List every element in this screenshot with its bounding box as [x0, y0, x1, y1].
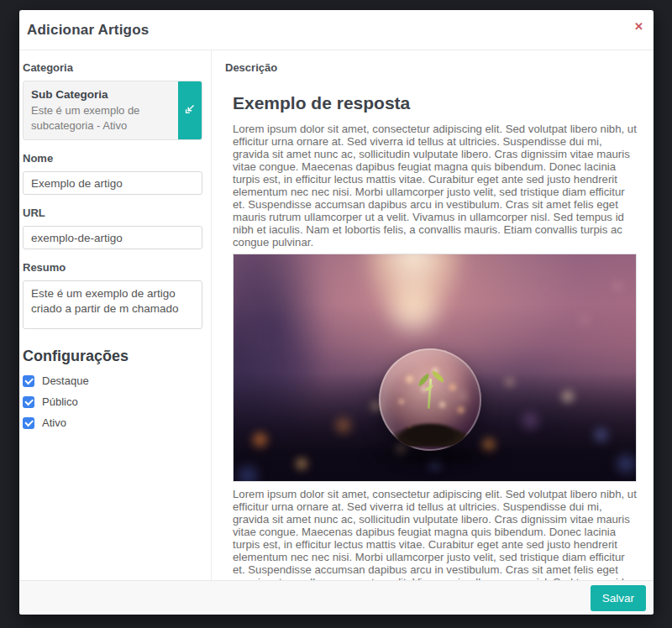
modal-body: Categoria Sub Categoria Este é um exempl…	[19, 50, 654, 580]
checkbox-label: Público	[42, 395, 78, 408]
settings-heading: Configurações	[23, 348, 202, 365]
paragraph-bottom: Lorem ipsum dolor sit amet, consectetur …	[233, 488, 637, 580]
category-card: Sub Categoria Este é um exemplo de subca…	[23, 81, 202, 140]
name-label: Nome	[23, 152, 202, 165]
description-label: Descrição	[225, 61, 643, 74]
arrow-down-left-icon	[183, 102, 197, 118]
save-button[interactable]: Salvar	[591, 585, 646, 611]
name-input[interactable]	[23, 171, 202, 195]
form-column: Categoria Sub Categoria Este é um exempl…	[19, 50, 212, 580]
checkbox-label: Destaque	[42, 374, 89, 387]
url-label: URL	[23, 207, 202, 219]
category-card-text: Sub Categoria Este é um exemplo de subca…	[24, 81, 178, 139]
add-article-modal: Adicionar Artigos ✕ Categoria Sub Catego…	[19, 10, 654, 615]
description-preview: Exemplo de resposta Lorem ipsum dolor si…	[225, 81, 643, 580]
summary-textarea[interactable]: Este é um exemplo de artigo criado a par…	[23, 280, 202, 329]
category-card-subtitle: Este é um exemplo de subcategoria - Ativ…	[31, 103, 173, 133]
paragraph-top: Lorem ipsum dolor sit amet, consectetur …	[233, 123, 637, 249]
checkbox-checked-icon[interactable]	[23, 417, 34, 429]
checkbox-row-publico[interactable]: Público	[23, 395, 202, 408]
summary-label: Resumo	[23, 261, 202, 274]
checkbox-label: Ativo	[42, 416, 66, 429]
modal-backdrop: Adicionar Artigos ✕ Categoria Sub Catego…	[0, 0, 672, 628]
checkbox-checked-icon[interactable]	[23, 375, 34, 387]
close-icon[interactable]: ✕	[634, 21, 643, 32]
category-card-title: Sub Categoria	[31, 88, 173, 101]
url-input[interactable]	[23, 226, 202, 249]
category-label: Categoria	[23, 61, 202, 74]
modal-footer: Salvar	[19, 580, 654, 615]
checkbox-row-destaque[interactable]: Destaque	[23, 374, 202, 387]
select-category-button[interactable]	[178, 81, 202, 139]
modal-title: Adicionar Artigos	[27, 22, 149, 39]
modal-header: Adicionar Artigos ✕	[19, 10, 654, 50]
checkbox-row-ativo[interactable]: Ativo	[23, 416, 202, 429]
article-image	[233, 254, 637, 482]
glass-bubble	[379, 348, 481, 451]
description-column: Descrição Exemplo de resposta Lorem ipsu…	[212, 50, 654, 580]
response-heading: Exemplo de resposta	[233, 93, 643, 113]
checkbox-checked-icon[interactable]	[23, 396, 34, 408]
